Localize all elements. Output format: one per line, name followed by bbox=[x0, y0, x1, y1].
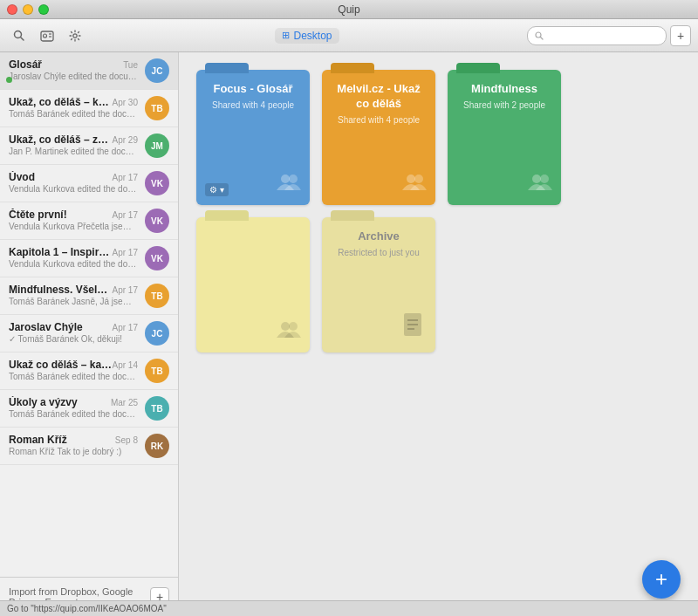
folder-subtitle: Restricted to just you bbox=[338, 248, 419, 257]
search-box[interactable] bbox=[527, 26, 667, 45]
svg-point-9 bbox=[281, 175, 290, 183]
main-layout: GlosářTueJaroslav Chýle edited the docum… bbox=[0, 52, 698, 616]
folder-card[interactable]: Focus - GlosářShared with 4 people ⚙ ▾ bbox=[196, 70, 310, 205]
maximize-button[interactable] bbox=[38, 4, 49, 15]
svg-point-16 bbox=[289, 322, 298, 331]
folder-card[interactable]: MindfulnessShared with 2 people bbox=[448, 70, 561, 205]
statusbar-url: Go to "https://quip.com/IIKeAOAO6MOA" bbox=[7, 604, 167, 613]
avatar: VK bbox=[145, 171, 169, 195]
sidebar-item[interactable]: Kapitola 1 – InspiraceApr 17Vendula Kurk… bbox=[0, 240, 178, 277]
sidebar: GlosářTueJaroslav Chýle edited the docum… bbox=[0, 52, 179, 616]
sidebar-item-date: Tue bbox=[123, 60, 138, 70]
sidebar-item-date: Apr 17 bbox=[113, 248, 138, 257]
sidebar-item-text: Roman KřížSep 8Roman Kříž Tak to je dobr… bbox=[9, 434, 138, 456]
sidebar-item-title: Ukaž co děláš – kapi... bbox=[9, 359, 113, 371]
svg-point-10 bbox=[289, 175, 298, 183]
folder-title: Focus - Glosář bbox=[206, 82, 299, 97]
desktop-icon: ⊞ bbox=[282, 30, 290, 41]
folder-card[interactable]: ArchiveRestricted to just you bbox=[322, 217, 435, 352]
folder-settings-button[interactable]: ⚙ ▾ bbox=[205, 183, 229, 196]
sidebar-item-title: Jaroslav Chýle bbox=[9, 321, 83, 333]
desktop-tab[interactable]: ⊞ Desktop bbox=[275, 28, 339, 44]
online-indicator bbox=[6, 77, 12, 83]
svg-point-14 bbox=[540, 175, 549, 183]
avatar: VK bbox=[145, 209, 169, 233]
sidebar-item-title: Glosář bbox=[9, 58, 42, 71]
sidebar-item-title: Roman Kříž bbox=[9, 434, 67, 446]
minimize-button[interactable] bbox=[23, 4, 33, 15]
sidebar-item-meta: Roman Kříž Tak to je dobrý :) bbox=[9, 447, 138, 456]
avatar: JC bbox=[145, 321, 169, 346]
folder-subtitle: Shared with 2 people bbox=[463, 100, 545, 110]
sidebar-item[interactable]: Ukaž, co děláš – zákl...Apr 29Jan P. Mar… bbox=[0, 127, 178, 165]
avatar: VK bbox=[145, 246, 169, 270]
sidebar-item-date: Apr 14 bbox=[113, 360, 138, 370]
folder-people-icon bbox=[402, 173, 427, 195]
sidebar-item[interactable]: Úkoly a výzvyMar 25Tomáš Baránek edited … bbox=[0, 390, 178, 428]
avatar: JC bbox=[145, 58, 169, 83]
folder-card[interactable]: Melvil.cz - Ukaž co dělášShared with 4 p… bbox=[322, 70, 435, 205]
folder-people-icon bbox=[402, 310, 427, 342]
sidebar-item-date: Apr 17 bbox=[113, 210, 138, 220]
sidebar-item-meta: Tomáš Baránek edited the document bbox=[9, 409, 138, 419]
folder-people-icon bbox=[277, 173, 301, 195]
folder-card[interactable] bbox=[196, 217, 310, 352]
toolbar: ⊞ Desktop + bbox=[0, 19, 698, 52]
sidebar-item-date: Apr 29 bbox=[113, 135, 138, 145]
sidebar-item-text: GlosářTueJaroslav Chýle edited the docum… bbox=[9, 58, 138, 81]
sidebar-item[interactable]: ÚvodApr 17Vendula Kurkova edited the doc… bbox=[0, 165, 178, 202]
sidebar-item[interactable]: Jaroslav ChýleApr 17✓ Tomáš Baránek Ok, … bbox=[0, 315, 178, 352]
sidebar-item-title: Kapitola 1 – Inspirace bbox=[9, 246, 113, 258]
sidebar-item-text: Ukaž, co děláš – kapi...Apr 30Tomáš Bará… bbox=[9, 96, 138, 119]
avatar: TB bbox=[145, 396, 169, 421]
sidebar-item-text: Kapitola 1 – InspiraceApr 17Vendula Kurk… bbox=[9, 246, 138, 269]
sidebar-item-meta: Tomáš Baránek Jasně, Já jsem si toho asi… bbox=[9, 297, 138, 306]
sidebar-item-date: Apr 17 bbox=[113, 323, 138, 332]
sidebar-item-text: Ukaž, co děláš – zákl...Apr 29Jan P. Mar… bbox=[9, 133, 138, 156]
sidebar-item-date: Apr 17 bbox=[113, 173, 138, 182]
sidebar-item-title: Ukaž, co děláš – kapi... bbox=[9, 96, 113, 108]
sidebar-item[interactable]: GlosářTueJaroslav Chýle edited the docum… bbox=[0, 52, 178, 90]
contacts-icon[interactable] bbox=[35, 24, 59, 48]
search-icon[interactable] bbox=[7, 24, 31, 48]
avatar: TB bbox=[145, 284, 169, 308]
svg-point-12 bbox=[414, 175, 423, 183]
close-button[interactable] bbox=[7, 4, 17, 15]
folder-title: Mindfulness bbox=[464, 82, 544, 97]
new-document-button[interactable]: + bbox=[670, 25, 691, 46]
sidebar-item[interactable]: Roman KřížSep 8Roman Kříž Tak to je dobr… bbox=[0, 428, 178, 465]
desktop-label: Desktop bbox=[293, 30, 332, 42]
window-controls[interactable] bbox=[7, 4, 49, 15]
sidebar-item-title: Čtěte první! bbox=[9, 209, 67, 221]
svg-point-15 bbox=[281, 322, 290, 331]
sidebar-item-text: Ukaž co děláš – kapi...Apr 14Tomáš Barán… bbox=[9, 359, 138, 381]
sidebar-item-meta: Vendula Kurkova Přečetla jsem, poslechla… bbox=[9, 222, 138, 231]
sidebar-item-title: Mindfulness. Všelek ... bbox=[9, 284, 113, 296]
sidebar-item-meta: Vendula Kurkova edited the document bbox=[9, 259, 138, 269]
sidebar-item-meta: Vendula Kurkova edited the document bbox=[9, 184, 138, 194]
settings-icon[interactable] bbox=[63, 24, 87, 48]
sidebar-item[interactable]: Ukaž co děláš – kapi...Apr 14Tomáš Barán… bbox=[0, 352, 178, 390]
avatar: JM bbox=[145, 133, 169, 158]
svg-point-3 bbox=[44, 34, 47, 38]
new-item-fab[interactable]: + bbox=[642, 560, 681, 599]
svg-line-1 bbox=[21, 37, 24, 40]
sidebar-item[interactable]: Čtěte první!Apr 17Vendula Kurkova Přečet… bbox=[0, 202, 178, 240]
folder-title: Archive bbox=[351, 229, 407, 244]
svg-line-8 bbox=[541, 37, 544, 39]
svg-point-11 bbox=[407, 175, 415, 183]
sidebar-item-meta: Tomáš Baránek edited the document bbox=[9, 109, 138, 119]
folder-people-icon bbox=[277, 320, 301, 342]
statusbar: Go to "https://quip.com/IIKeAOAO6MOA" bbox=[0, 600, 698, 616]
sidebar-item-date: Mar 25 bbox=[111, 398, 138, 407]
sidebar-item-text: Mindfulness. Všelek ...Apr 17Tomáš Barán… bbox=[9, 284, 138, 306]
avatar: RK bbox=[145, 434, 169, 458]
folder-title: Melvil.cz - Ukaž co děláš bbox=[322, 82, 435, 112]
folder-people-icon bbox=[528, 173, 552, 195]
avatar: TB bbox=[145, 359, 169, 383]
folder-subtitle: Shared with 4 people bbox=[212, 100, 294, 110]
sidebar-item[interactable]: Ukaž, co děláš – kapi...Apr 30Tomáš Bará… bbox=[0, 90, 178, 127]
sidebar-item-title: Úkoly a výzvy bbox=[9, 396, 78, 408]
sidebar-item-title: Úvod bbox=[9, 171, 35, 183]
sidebar-item[interactable]: Mindfulness. Všelek ...Apr 17Tomáš Barán… bbox=[0, 277, 178, 315]
